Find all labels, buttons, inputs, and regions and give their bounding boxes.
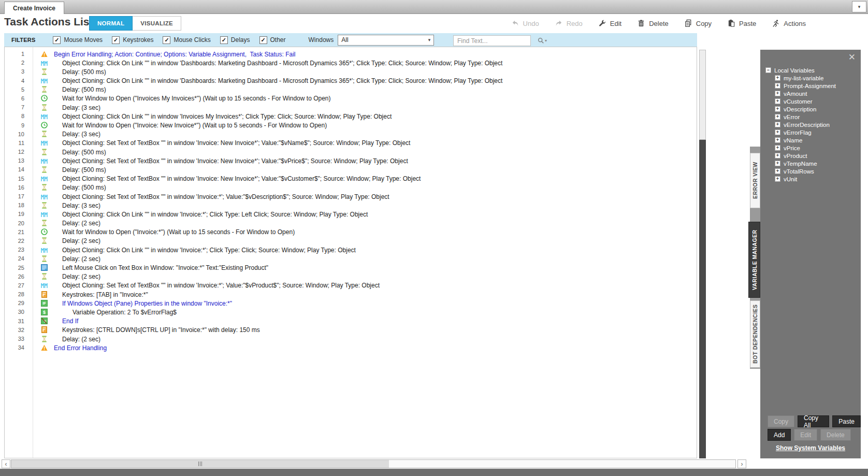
task-action-row[interactable]: 23Object Cloning: Click On Link "" in wi…	[5, 246, 697, 254]
variable-item[interactable]: +vAmount	[775, 90, 836, 97]
checkbox-checked-icon[interactable]: ✓	[112, 36, 120, 44]
task-action-row[interactable]: 29IFIf Windows Object (Pane) Properties …	[5, 299, 697, 308]
task-action-row[interactable]: 5Delay: (500 ms)	[5, 85, 697, 94]
task-action-row[interactable]: 10Delay: (3 sec)	[5, 130, 697, 139]
variable-item[interactable]: +vCustomer	[775, 97, 836, 105]
task-action-row[interactable]: 30$Variable Operation: 2 To $vErrorFlag$	[5, 308, 697, 316]
task-action-row[interactable]: 8Object Cloning: Click On Link "" in win…	[5, 112, 697, 121]
expand-icon[interactable]: +	[775, 137, 780, 143]
task-action-row[interactable]: 15Object Cloning: Set Text of TextBox ""…	[5, 175, 697, 183]
task-action-row[interactable]: 6Wait for Window to Open ("Invoices My I…	[5, 94, 697, 103]
tab-bot-dependencies[interactable]: BOT DEPENDENCIES	[750, 300, 760, 368]
collapse-icon[interactable]: −	[765, 67, 771, 73]
expand-icon[interactable]: +	[775, 176, 780, 182]
horizontal-scrollbar-thumb[interactable]	[11, 460, 389, 468]
task-action-row[interactable]: 9Wait for Window to Open ("Invoice: New …	[5, 121, 697, 130]
variable-item[interactable]: +Prompt-Assignment	[775, 82, 836, 90]
vertical-scrollbar[interactable]	[699, 50, 706, 458]
task-action-row[interactable]: 33Delay: (2 sec)	[5, 335, 697, 343]
variable-item[interactable]: +vName	[775, 136, 836, 144]
expand-icon[interactable]: +	[775, 161, 780, 166]
copy-variable-button: Copy	[768, 415, 794, 427]
task-action-row[interactable]: 2Object Cloning: Click On Link "" in win…	[5, 59, 697, 67]
expand-icon[interactable]: +	[775, 145, 780, 151]
expand-icon[interactable]: +	[775, 98, 780, 104]
task-action-row[interactable]: 1Begin Error Handling; Action: Continue;…	[5, 50, 697, 59]
task-action-row[interactable]: 25Left Mouse Click on Text Box in Window…	[5, 264, 697, 272]
wait-window-icon	[41, 122, 48, 128]
windows-select[interactable]: All ▾	[338, 35, 434, 46]
edit-button[interactable]: Edit	[598, 19, 621, 27]
expand-icon[interactable]: +	[775, 91, 780, 96]
task-action-row[interactable]: 20Delay: (2 sec)	[5, 219, 697, 228]
horizontal-scrollbar[interactable]	[11, 459, 736, 468]
tab-overflow-button[interactable]: ▾	[852, 1, 866, 12]
find-text-input[interactable]	[454, 37, 538, 45]
task-action-row[interactable]: 26Delay: (2 sec)	[5, 272, 697, 281]
task-action-row[interactable]: 13Object Cloning: Set Text of TextBox ""…	[5, 156, 697, 165]
task-action-row[interactable]: 14Delay: (500 ms)	[5, 165, 697, 174]
expand-icon[interactable]: +	[775, 83, 780, 89]
task-action-row[interactable]: 16Delay: (500 ms)	[5, 183, 697, 192]
tab-create-invoice[interactable]: Create Invoice	[4, 2, 64, 14]
task-action-row[interactable]: 3Delay: (500 ms)	[5, 67, 697, 76]
task-action-row[interactable]: 4Object Cloning: Click On Link "" in win…	[5, 77, 697, 85]
variable-item[interactable]: +vProduct	[775, 152, 836, 160]
task-action-row[interactable]: 21Wait for Window to Open ("Invoice:*") …	[5, 228, 697, 237]
task-action-row[interactable]: 31FEnd If	[5, 317, 697, 326]
show-system-variables-link[interactable]: Show System Variables	[760, 444, 861, 452]
expand-icon[interactable]: +	[775, 106, 780, 112]
copy-button[interactable]: Copy	[684, 19, 712, 27]
task-action-row[interactable]: 11Object Cloning: Set Text of TextBox ""…	[5, 139, 697, 148]
checkbox-checked-icon[interactable]: ✓	[259, 36, 267, 44]
task-action-row[interactable]: 12Delay: (500 ms)	[5, 148, 697, 156]
paste-variable-button[interactable]: Paste	[832, 415, 861, 427]
delay-icon	[41, 336, 48, 342]
search-icon[interactable]: ▾	[538, 37, 547, 44]
local-variables-root[interactable]: −Local Variables	[765, 66, 836, 74]
paste-button[interactable]: Paste	[727, 19, 756, 27]
checkbox-checked-icon[interactable]: ✓	[220, 36, 228, 44]
action-text: Object Cloning: Set Text of TextBox "" i…	[62, 193, 389, 200]
variable-item[interactable]: +vTempName	[775, 160, 836, 167]
add-variable-button[interactable]: Add	[768, 429, 791, 441]
scroll-right-button[interactable]: ›	[737, 459, 746, 468]
variable-item[interactable]: +vErrorFlag	[775, 128, 836, 136]
expand-icon[interactable]: +	[775, 114, 780, 120]
task-action-row[interactable]: 18Delay: (3 sec)	[5, 201, 697, 210]
variable-item[interactable]: +vErrorDescription	[775, 121, 836, 128]
checkbox-checked-icon[interactable]: ✓	[163, 36, 170, 44]
variable-item[interactable]: +vError	[775, 113, 836, 121]
expand-icon[interactable]: +	[775, 153, 780, 158]
tab-variable-manager[interactable]: VARIABLE MANAGER	[748, 222, 760, 298]
object-cloning-icon	[41, 211, 48, 218]
expand-icon[interactable]: +	[775, 168, 780, 174]
checkbox-checked-icon[interactable]: ✓	[53, 36, 61, 44]
task-action-row[interactable]: 32Keystrokes: [CTRL DOWN]s[CTRL UP] in "…	[5, 326, 697, 335]
task-action-row[interactable]: 17Object Cloning: Set Text of TextBox ""…	[5, 192, 697, 201]
task-action-row[interactable]: 24Delay: (2 sec)	[5, 254, 697, 263]
delete-button[interactable]: Delete	[637, 19, 669, 27]
scroll-left-button[interactable]: ‹	[2, 459, 10, 468]
variable-item[interactable]: +my-list-variable	[775, 74, 836, 82]
variable-item[interactable]: +vTotalRows	[775, 167, 836, 175]
variable-item[interactable]: +vPrice	[775, 144, 836, 152]
task-action-row[interactable]: 28Keystrokes: [TAB] in "Invoice:*"	[5, 290, 697, 299]
visualize-button[interactable]: VISUALIZE	[133, 16, 181, 31]
vertical-scrollbar-thumb[interactable]	[699, 50, 706, 140]
close-icon[interactable]: ✕	[848, 53, 856, 62]
variable-item[interactable]: +vDescription	[775, 105, 836, 113]
task-action-row[interactable]: 19Object Cloning: Click On Link "" in wi…	[5, 210, 697, 219]
normal-button[interactable]: NORMAL	[89, 16, 133, 31]
task-action-row[interactable]: 22Delay: (2 sec)	[5, 237, 697, 246]
copy-all-variable-button[interactable]: Copy All	[798, 415, 829, 427]
tab-error-view[interactable]: ERROR VIEW	[750, 153, 760, 208]
task-action-row[interactable]: 7Delay: (3 sec)	[5, 103, 697, 112]
task-action-row[interactable]: 34End Error Handling	[5, 343, 697, 352]
expand-icon[interactable]: +	[775, 122, 780, 127]
actions-button[interactable]: Actions	[772, 19, 806, 27]
task-action-row[interactable]: 27Object Cloning: Set Text of TextBox ""…	[5, 281, 697, 290]
variable-item[interactable]: +vUnit	[775, 175, 836, 183]
expand-icon[interactable]: +	[775, 75, 780, 81]
expand-icon[interactable]: +	[775, 129, 780, 135]
